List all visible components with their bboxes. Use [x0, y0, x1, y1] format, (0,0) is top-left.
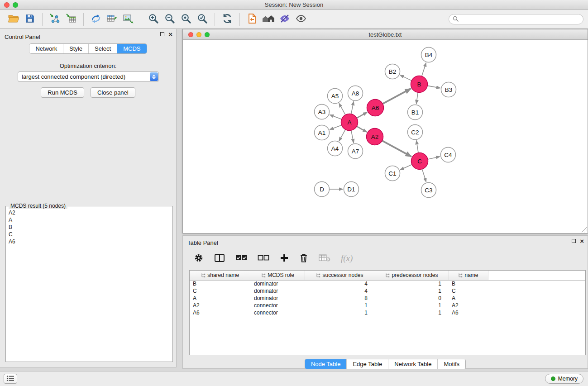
tab-motifs[interactable]: Motifs	[438, 359, 465, 369]
graph-node-A8[interactable]: A8	[348, 86, 363, 101]
zoom-window-button[interactable]	[13, 2, 18, 8]
result-item-a[interactable]: A	[9, 216, 170, 224]
tab-select[interactable]: Select	[89, 44, 117, 53]
graph-edge-A-A6[interactable]	[357, 112, 367, 118]
zoom-in-button[interactable]	[145, 12, 162, 27]
tab-node-table[interactable]: Node Table	[305, 359, 347, 369]
graph-edge-B-B2[interactable]	[400, 75, 412, 81]
run-mcds-button[interactable]: Run MCDS	[41, 87, 84, 98]
graph-node-A1[interactable]: A1	[315, 125, 330, 140]
graph-node-A[interactable]: A	[341, 114, 358, 131]
graph-node-B[interactable]: B	[411, 76, 428, 93]
graph-edge-B-B1[interactable]	[416, 92, 418, 104]
column-header-shared-name[interactable]: shared name	[190, 271, 251, 280]
network-zoom-button[interactable]	[205, 32, 210, 37]
result-item-c[interactable]: C	[9, 231, 170, 238]
select-all-button[interactable]	[235, 253, 247, 264]
function-builder-button[interactable]: f(x)	[341, 253, 353, 263]
add-row-button[interactable]	[280, 253, 289, 264]
tab-mcds[interactable]: MCDS	[117, 44, 146, 53]
close-table-panel-icon[interactable]: ×	[580, 239, 584, 243]
graph-node-C2[interactable]: C2	[408, 125, 423, 140]
graph-node-A2[interactable]: A2	[367, 129, 383, 145]
float-panel-icon[interactable]	[160, 32, 164, 36]
table-settings-button[interactable]	[194, 253, 204, 264]
zoom-out-button[interactable]	[162, 12, 178, 27]
show-graphics-button[interactable]	[293, 12, 309, 27]
task-history-button[interactable]	[4, 374, 17, 384]
tab-network-table[interactable]: Network Table	[388, 359, 438, 369]
graph-node-C1[interactable]: C1	[385, 166, 400, 181]
graph-node-C[interactable]: C	[411, 153, 428, 170]
float-table-panel-icon[interactable]	[572, 239, 576, 243]
result-item-b[interactable]: B	[9, 224, 170, 231]
column-header-successor-nodes[interactable]: successor nodes	[305, 271, 375, 280]
graph-edge-A-A4[interactable]	[339, 129, 345, 141]
graph-edge-C-C1[interactable]	[400, 165, 412, 170]
tab-edge-table[interactable]: Edge Table	[347, 359, 388, 369]
export-table-button[interactable]	[104, 12, 120, 27]
tab-network[interactable]: Network	[29, 44, 63, 53]
graph-edge-C-C4[interactable]	[428, 157, 440, 159]
close-window-button[interactable]	[4, 2, 10, 8]
import-network-button[interactable]	[47, 12, 63, 27]
export-image-button[interactable]	[120, 12, 137, 27]
graph-node-A4[interactable]: A4	[328, 141, 343, 156]
open-document-button[interactable]	[244, 12, 260, 27]
table-row-a6[interactable]: A6connector11A6	[190, 309, 585, 316]
graph-edge-A-A8[interactable]	[351, 101, 354, 114]
graph-node-A5[interactable]: A5	[328, 89, 343, 104]
graph-edge-A-A3[interactable]	[330, 115, 341, 119]
graph-node-C3[interactable]: C3	[421, 183, 436, 198]
graph-edge-A-A1[interactable]	[330, 125, 341, 130]
graph-node-C4[interactable]: C4	[441, 148, 456, 162]
export-network-button[interactable]	[88, 12, 104, 27]
graph-edge-C-C2[interactable]	[416, 140, 418, 152]
graph-node-D1[interactable]: D1	[344, 182, 359, 197]
unselect-all-button[interactable]	[258, 253, 269, 264]
home-button[interactable]	[260, 12, 277, 27]
graph-edge-B-B4[interactable]	[422, 63, 426, 76]
refresh-button[interactable]	[219, 12, 235, 27]
hide-graphics-button[interactable]	[277, 12, 293, 27]
save-session-button[interactable]	[22, 12, 38, 27]
table-row-b[interactable]: Bdominator41B	[190, 280, 585, 287]
tab-style[interactable]: Style	[63, 44, 89, 53]
graph-edge-B-B3[interactable]	[427, 86, 440, 88]
column-browser-button[interactable]	[214, 253, 225, 264]
search-field[interactable]	[449, 14, 583, 24]
column-header-MCDS-role[interactable]: MCDS role	[251, 271, 305, 280]
graph-edge-A-A2[interactable]	[357, 126, 367, 132]
table-row-a2[interactable]: A2connector11A2	[190, 302, 585, 309]
graph-edge-A6-B[interactable]	[382, 89, 411, 104]
zoom-fit-button[interactable]	[178, 12, 194, 27]
graph-edge-A-A7[interactable]	[351, 130, 354, 143]
column-header-name[interactable]: name	[449, 271, 488, 280]
window-resize-grip[interactable]	[582, 227, 587, 233]
graph-edge-A-A5[interactable]	[339, 103, 345, 115]
result-item-a2[interactable]: A2	[9, 209, 170, 216]
table-row-c[interactable]: Cdominator41C	[190, 287, 585, 295]
close-panel-icon[interactable]: ×	[168, 32, 172, 36]
table-row-a[interactable]: Adominator80A	[190, 295, 585, 302]
delete-row-button[interactable]	[299, 253, 308, 264]
memory-button[interactable]: Memory	[545, 374, 583, 384]
column-header-predecessor-nodes[interactable]: predecessor nodes	[375, 271, 449, 280]
graph-node-B1[interactable]: B1	[408, 105, 423, 120]
graph-node-B3[interactable]: B3	[441, 82, 456, 97]
close-panel-button[interactable]: Close panel	[91, 87, 135, 98]
network-close-button[interactable]	[188, 32, 193, 37]
graph-node-B2[interactable]: B2	[385, 64, 400, 79]
import-table-button[interactable]	[63, 12, 79, 27]
graph-node-B4[interactable]: B4	[421, 48, 436, 62]
open-session-button[interactable]	[5, 12, 22, 27]
graph-node-A3[interactable]: A3	[315, 105, 330, 119]
criterion-dropdown[interactable]: largest connected component (directed)	[18, 71, 159, 82]
network-window-titlebar[interactable]: testGlobe.txt	[183, 29, 588, 40]
delete-table-button[interactable]	[319, 253, 330, 264]
graph-node-D[interactable]: D	[315, 182, 330, 197]
graph-edge-C-C3[interactable]	[422, 169, 426, 182]
network-minimize-button[interactable]	[196, 32, 201, 37]
result-item-a6[interactable]: A6	[9, 238, 170, 245]
search-input[interactable]	[461, 16, 579, 23]
